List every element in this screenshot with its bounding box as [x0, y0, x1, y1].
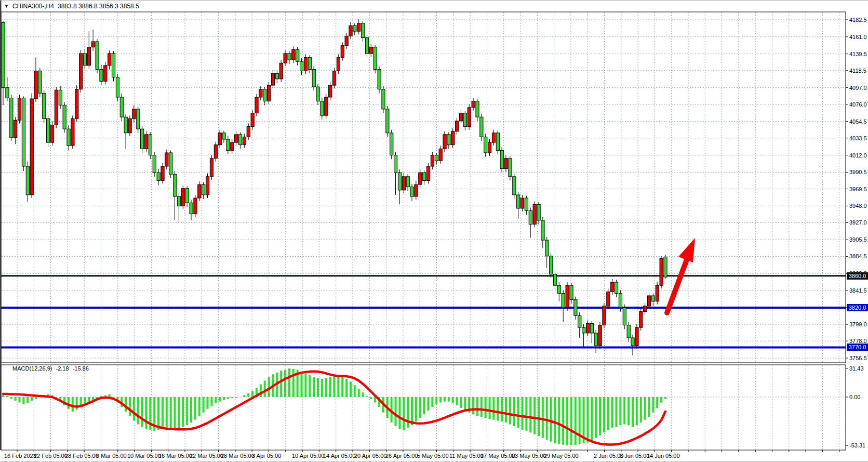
candle-bullish	[255, 97, 258, 113]
chart-title-bar: ▼ CHINA300-,H4 3883.8 3886.8 3856.3 3858…	[4, 3, 139, 10]
candle-bullish	[165, 153, 168, 166]
candle-bullish	[468, 108, 471, 127]
candle-bearish	[447, 135, 450, 145]
price-tick-label: 3990.5	[849, 169, 867, 175]
candle-bearish	[553, 274, 556, 285]
candle-bearish	[112, 54, 115, 77]
candle-bullish	[128, 118, 131, 133]
price-tick-label: 4012.0	[849, 152, 867, 159]
price-tick-label: 4033.5	[849, 135, 867, 141]
symbol-dropdown-icon[interactable]: ▼	[4, 3, 9, 9]
candle-bullish	[603, 306, 606, 325]
candle-bullish	[472, 101, 475, 108]
candle-bullish	[586, 324, 589, 333]
candle-bullish	[415, 184, 418, 196]
macd-tick-label: -53.31	[849, 442, 865, 448]
candle-bearish	[594, 333, 597, 346]
candle-bearish	[308, 58, 311, 70]
candle-bearish	[406, 177, 409, 187]
candle-bullish	[251, 113, 254, 127]
candle-bearish	[300, 61, 303, 71]
candle-bearish	[509, 159, 512, 177]
time-tick-label: 10 Mar 05:00	[127, 453, 161, 459]
candle-bearish	[394, 155, 397, 173]
candle-bearish	[590, 324, 593, 333]
candle-bearish	[124, 117, 127, 133]
candle-bearish	[312, 70, 315, 87]
hline-price-tag-3770[interactable]: 3770.0	[847, 344, 868, 351]
candle-bearish	[157, 173, 160, 180]
price-tick-label: 4118.5	[849, 68, 866, 74]
candle-bullish	[206, 177, 209, 195]
candle-bearish	[83, 54, 86, 65]
hline-price-tag-3860[interactable]: 3860.0	[847, 272, 868, 280]
price-tick-label: 4054.5	[849, 118, 867, 125]
candle-bearish	[116, 77, 119, 97]
candle-bearish	[545, 240, 549, 256]
candle-bearish	[435, 155, 438, 161]
chart-canvas[interactable]: 4182.54161.04139.54118.54097.04076.04054…	[0, 1, 868, 462]
candle-bullish	[533, 204, 536, 224]
time-tick-label: 3 Apr 05:00	[252, 453, 281, 459]
candle-bullish	[459, 113, 462, 121]
candle-bearish	[537, 204, 540, 220]
candle-bearish	[365, 37, 368, 54]
candle-bullish	[284, 54, 287, 63]
candle-bullish	[132, 109, 136, 118]
time-tick-label: 14 Apr 05:00	[323, 453, 355, 459]
candle-bearish	[47, 118, 50, 142]
candle-bullish	[431, 155, 434, 166]
time-tick-label: 11 May 05:00	[449, 453, 484, 459]
candle-bearish	[378, 70, 381, 89]
candle-bullish	[644, 306, 647, 312]
macd-indicator-label: MACD(12,26,9) -2.18 -15.86	[12, 365, 91, 372]
candle-bullish	[341, 46, 344, 58]
candle-bullish	[259, 89, 262, 97]
candle-bullish	[144, 135, 148, 149]
candle-bearish	[275, 73, 278, 79]
time-tick-label: 16 Mar 05:00	[158, 453, 192, 459]
price-tick-label: 3948.0	[849, 203, 867, 209]
price-tick-label: 4076.0	[849, 101, 867, 108]
candle-bullish	[50, 125, 54, 142]
time-tick-label: 14 Jun 05:00	[647, 453, 680, 459]
hline-price-tag-3820[interactable]: 3820.0	[847, 304, 868, 311]
time-tick-label: 29 May 05:00	[544, 453, 579, 459]
candle-bullish	[18, 98, 21, 121]
price-tick-label: 4182.5	[849, 17, 867, 23]
candle-bullish	[231, 142, 234, 150]
candle-bullish	[456, 121, 459, 131]
price-tick-label: 3884.5	[849, 253, 867, 259]
candle-bearish	[222, 133, 225, 139]
trend-arrow-head[interactable]	[678, 238, 695, 262]
candle-bullish	[647, 296, 650, 306]
candle-bullish	[214, 145, 217, 159]
candle-bullish	[75, 89, 78, 119]
time-tick-label: 28 Feb 05:00	[65, 453, 99, 459]
candle-bullish	[304, 58, 307, 71]
candle-bullish	[402, 177, 405, 190]
candle-bearish	[238, 135, 242, 145]
candle-bearish	[386, 109, 389, 133]
time-tick-label: 16 Feb 2023	[4, 453, 36, 459]
price-tick-label: 4097.0	[849, 85, 867, 91]
trend-arrow-shaft[interactable]	[667, 258, 687, 313]
candle-bullish	[443, 135, 446, 149]
candle-bullish	[198, 184, 201, 198]
time-tick-label: 23 May 05:00	[512, 453, 546, 459]
candle-bullish	[598, 325, 602, 346]
candle-bearish	[410, 187, 413, 196]
price-tick-label: 3905.5	[849, 236, 867, 243]
candle-bearish	[619, 293, 622, 308]
candle-bearish	[529, 211, 532, 225]
time-tick-label: 17 May 05:00	[480, 453, 515, 459]
candle-bullish	[639, 312, 643, 328]
candle-bullish	[271, 73, 274, 85]
candle-bearish	[26, 166, 29, 195]
candle-bearish	[582, 327, 585, 333]
candle-bearish	[496, 133, 499, 151]
macd-tick-label: 0.00	[849, 394, 860, 400]
price-tick-label: 3756.5	[849, 355, 867, 361]
candle-bearish	[169, 153, 172, 174]
price-tick-label: 3778.0	[849, 338, 867, 344]
